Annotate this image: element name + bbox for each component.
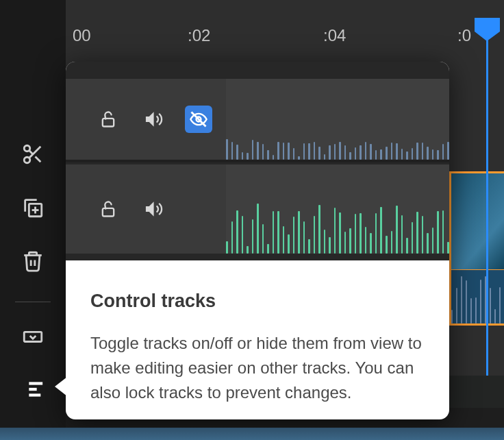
unlock-icon (99, 199, 118, 219)
preview-track-2: document.write(Array.from({length:44},(_… (66, 164, 449, 254)
crop-button[interactable] (16, 319, 50, 353)
svg-marker-17 (147, 113, 154, 126)
svg-rect-9 (24, 332, 42, 341)
svg-rect-20 (103, 208, 114, 217)
bottom-edge (0, 428, 504, 440)
ruler-tick-0: 00 (73, 26, 91, 45)
duplicate-icon (21, 196, 45, 219)
svg-marker-0 (475, 18, 500, 41)
audio-clip[interactable]: document.write(Array.from({length:26},(_… (449, 270, 504, 326)
waveform: document.write(Array.from({length:44},(_… (226, 139, 449, 160)
tooltip-preview: document.write(Array.from({length:44},(_… (66, 62, 449, 260)
track-header (66, 164, 226, 254)
volume-icon (144, 199, 163, 219)
playhead-handle-icon[interactable] (475, 18, 500, 41)
scissors-button[interactable] (16, 137, 50, 171)
control-tracks-tooltip: document.write(Array.from({length:44},(_… (66, 62, 449, 419)
tracks-panel-button[interactable] (16, 372, 50, 406)
tooltip-title: Control tracks (90, 291, 425, 312)
hide-toggle[interactable] (185, 106, 212, 133)
mute-toggle[interactable] (140, 106, 167, 133)
duplicate-button[interactable] (16, 191, 50, 225)
preview-track-1: document.write(Array.from({length:44},(_… (66, 79, 449, 162)
timeline-ruler[interactable]: 00 :02 :04 :0 (66, 0, 504, 52)
svg-point-2 (24, 157, 30, 163)
tooltip-text: Toggle tracks on/off or hide them from v… (90, 331, 425, 405)
scissors-icon (21, 143, 45, 166)
track-header (66, 79, 226, 160)
tooltip-caret (55, 377, 67, 396)
tooltip-body: Control tracks Toggle tracks on/off or h… (66, 260, 449, 419)
audio-waveform: document.write(Array.from({length:26},(_… (451, 270, 504, 323)
svg-marker-21 (147, 203, 154, 216)
video-clip[interactable] (449, 171, 504, 271)
waveform: document.write(Array.from({length:44},(_… (226, 204, 449, 254)
toolbar-separator (15, 302, 51, 302)
svg-point-1 (24, 145, 30, 151)
mute-toggle[interactable] (140, 195, 167, 223)
trash-button[interactable] (16, 244, 50, 278)
eye-off-icon (189, 110, 208, 129)
volume-icon (144, 110, 163, 129)
svg-line-4 (35, 157, 40, 162)
track-body: document.write(Array.from({length:44},(_… (226, 164, 449, 254)
svg-line-5 (29, 151, 33, 154)
toolbar (0, 0, 66, 440)
crop-icon (21, 324, 45, 347)
trash-icon (21, 249, 45, 273)
track-body: document.write(Array.from({length:44},(_… (226, 79, 449, 160)
ruler-tick-1: :02 (188, 26, 210, 45)
ruler-tick-2: :04 (323, 26, 346, 45)
tracks-panel-icon (21, 378, 45, 401)
svg-rect-16 (103, 119, 114, 127)
playhead[interactable] (486, 18, 488, 376)
unlock-icon (99, 110, 118, 129)
lock-toggle[interactable] (94, 195, 122, 223)
ruler-tick-3: :0 (457, 26, 471, 45)
lock-toggle[interactable] (94, 106, 122, 133)
